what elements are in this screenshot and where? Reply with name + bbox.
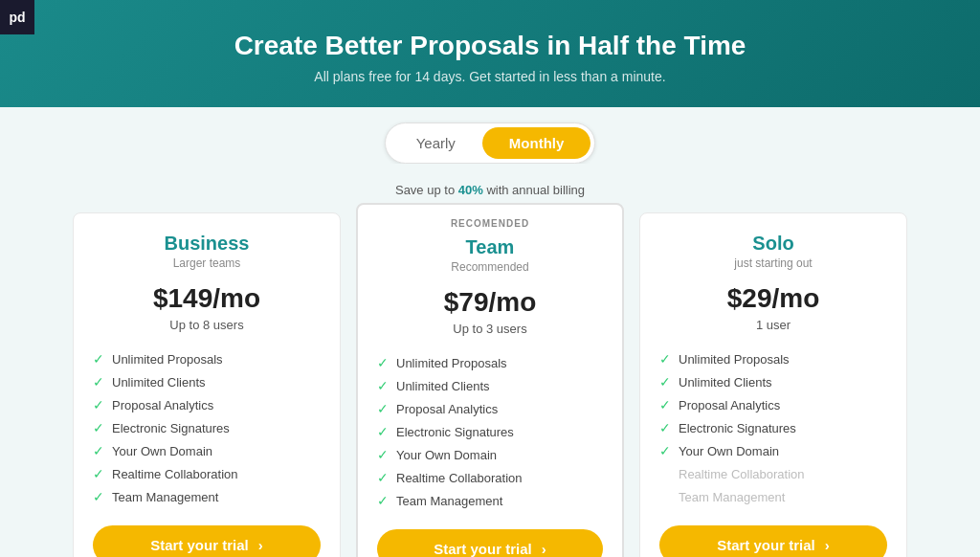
- plan-price: $149/mo: [93, 283, 321, 314]
- savings-text: Save up to 40% with annual billing: [38, 175, 942, 197]
- savings-amount: 40%: [458, 183, 483, 197]
- check-icon: ✓: [93, 489, 104, 504]
- feature-item: ✓Team Management: [377, 489, 603, 512]
- check-icon: ✓: [659, 420, 671, 435]
- feature-item: ✓Unlimited Clients: [659, 370, 887, 393]
- savings-suffix: with annual billing: [483, 183, 585, 197]
- check-icon: ✓: [93, 351, 104, 367]
- feature-item: ✓Realtime Collaboration: [377, 466, 603, 489]
- plan-name: Solo: [659, 233, 887, 255]
- plan-subtitle: just starting out: [659, 256, 887, 270]
- plan-name: Team: [377, 236, 603, 258]
- yearly-toggle-button[interactable]: Yearly: [390, 127, 482, 159]
- arrow-icon: ›: [542, 541, 546, 557]
- check-icon: ✓: [659, 397, 671, 412]
- feature-item: ✓Unlimited Proposals: [93, 347, 321, 370]
- main-content: Save up to 40% with annual billing Busin…: [0, 164, 980, 557]
- feature-item: ✓Electronic Signatures: [93, 416, 321, 439]
- savings-prefix: Save up to: [395, 183, 458, 197]
- logo-text: pd: [9, 10, 25, 25]
- check-icon: ✓: [377, 378, 389, 393]
- billing-toggle: Yearly Monthly: [385, 123, 596, 164]
- arrow-icon: ›: [258, 537, 263, 553]
- feature-item: ✓Proposal Analytics: [659, 393, 887, 416]
- check-icon: ✓: [377, 470, 389, 485]
- check-icon: ✓: [377, 447, 389, 462]
- plan-card-business: Business Larger teams $149/mo Up to 8 us…: [73, 212, 341, 557]
- check-icon: ✓: [93, 397, 104, 412]
- feature-item: ✓Unlimited Clients: [377, 374, 603, 397]
- check-icon: ✓: [659, 351, 671, 367]
- feature-item: ✓Unlimited Proposals: [659, 347, 887, 370]
- plan-card-team: RECOMENDED Team Recommended $79/mo Up to…: [356, 203, 624, 557]
- plan-users: Up to 3 users: [377, 322, 603, 336]
- plan-subtitle: Recommended: [377, 260, 603, 274]
- feature-item: ✓Unlimited Clients: [93, 370, 321, 393]
- check-icon: ✓: [93, 420, 104, 435]
- check-icon: ✓: [93, 466, 104, 481]
- billing-toggle-container: Yearly Monthly: [0, 107, 980, 164]
- header-section: Create Better Proposals in Half the Time…: [0, 0, 980, 107]
- check-icon: ✓: [377, 401, 389, 416]
- features-list: ✓Unlimited Proposals✓Unlimited Clients✓P…: [659, 347, 887, 508]
- arrow-icon: ›: [825, 537, 830, 553]
- monthly-toggle-button[interactable]: Monthly: [482, 127, 591, 159]
- feature-item: ✓Realtime Collaboration: [93, 462, 321, 485]
- start-trial-button[interactable]: Start your trial ›: [377, 529, 603, 557]
- features-list: ✓Unlimited Proposals✓Unlimited Clients✓P…: [93, 347, 321, 508]
- feature-item: ✓Electronic Signatures: [377, 420, 603, 443]
- feature-item: ✓Your Own Domain: [93, 439, 321, 462]
- plans-grid: Business Larger teams $149/mo Up to 8 us…: [59, 212, 921, 557]
- plan-subtitle: Larger teams: [93, 256, 321, 270]
- plan-price: $79/mo: [377, 287, 603, 318]
- check-icon: ✓: [377, 424, 389, 439]
- feature-item: ✓Unlimited Proposals: [377, 351, 603, 374]
- start-trial-button[interactable]: Start your trial ›: [659, 525, 887, 557]
- check-icon: ✓: [659, 443, 671, 458]
- feature-item-disabled: ✓Team Management: [659, 485, 887, 508]
- feature-item: ✓Proposal Analytics: [377, 397, 603, 420]
- check-icon: ✓: [93, 374, 104, 390]
- header-subtitle: All plans free for 14 days. Get started …: [19, 69, 961, 84]
- feature-item-disabled: ✓Realtime Collaboration: [659, 462, 887, 485]
- start-trial-button[interactable]: Start your trial ›: [93, 525, 321, 557]
- plan-name: Business: [93, 233, 321, 255]
- check-icon: ✓: [377, 355, 389, 370]
- plan-users: Up to 8 users: [93, 318, 321, 332]
- page-title: Create Better Proposals in Half the Time: [19, 31, 961, 61]
- feature-item: ✓Your Own Domain: [377, 443, 603, 466]
- logo: pd: [0, 0, 34, 34]
- check-icon: ✓: [659, 374, 671, 390]
- feature-item: ✓Your Own Domain: [659, 439, 887, 462]
- check-icon: ✓: [93, 443, 104, 458]
- plan-price: $29/mo: [659, 283, 887, 314]
- feature-item: ✓Team Management: [93, 485, 321, 508]
- feature-item: ✓Proposal Analytics: [93, 393, 321, 416]
- features-list: ✓Unlimited Proposals✓Unlimited Clients✓P…: [377, 351, 603, 512]
- check-icon: ✓: [377, 493, 389, 508]
- plan-users: 1 user: [659, 318, 887, 332]
- plan-card-solo: Solo just starting out $29/mo 1 user ✓Un…: [639, 212, 907, 557]
- recommended-badge: RECOMENDED: [377, 218, 603, 229]
- feature-item: ✓Electronic Signatures: [659, 416, 887, 439]
